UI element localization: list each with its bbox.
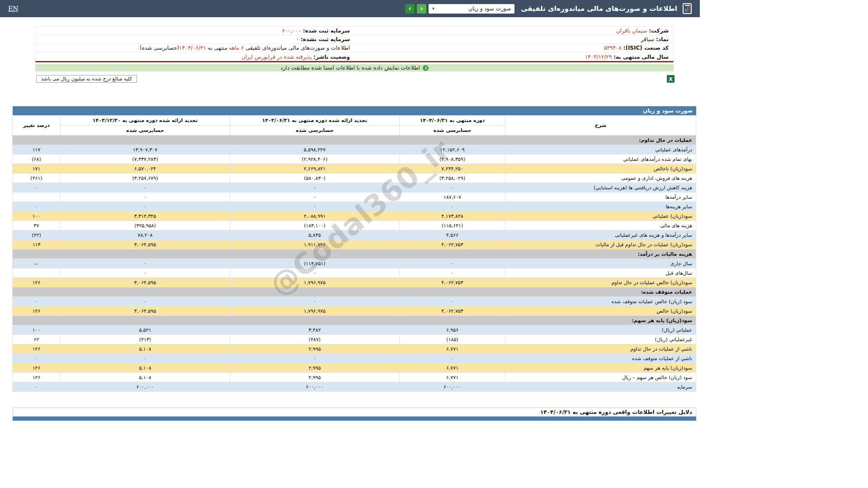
value-restated-halfyear: ۵,۵۹۸,۲۲۷ bbox=[230, 145, 400, 155]
info-row: شرکت: سیمان باقران سرمایه ثبت شده: ۶۰۰,۰… bbox=[36, 27, 673, 35]
statement-table-head: شرح دوره منتهی به ۱۴۰۴/۰۶/۳۱ تجدید ارائه… bbox=[13, 116, 696, 136]
notice-text: اطلاعات نمایش داده شده با اطلاعات امضا ش… bbox=[280, 65, 420, 71]
table-row: سایر هزینه‌ها۰۰۰۰ bbox=[13, 202, 696, 211]
symbol-field: نماد: سباقر bbox=[354, 36, 673, 42]
table-row: بهای تمام شده درآمدهای عملیاتي(۴,۹۰۸,۳۵۹… bbox=[13, 155, 696, 164]
value-restated-year: (۷,۳۳۷,۲۸۳) bbox=[61, 155, 230, 164]
table-row: ناشي از عملیات متوقف شده۰۰۰۰ bbox=[13, 354, 696, 363]
value-restated-year: ۵,۱۰۸ bbox=[61, 344, 230, 354]
table-row: سال‌های قبل۰۰۰ bbox=[13, 268, 696, 278]
percent-change: ۱۲۶ bbox=[13, 344, 61, 354]
value-restated-year: ۳,۰۶۴,۵۹۵ bbox=[61, 278, 230, 287]
fiscal-year-label: سال مالی منتهی به: bbox=[613, 54, 669, 60]
row-label: غیرعملیاتي (ریال) bbox=[505, 335, 696, 344]
row-label: سود(زیان) پایه هر سهم bbox=[505, 363, 696, 373]
table-row: عملیاتي (ریال)۶,۹۵۶۳,۴۸۲۵,۵۲۱۱۰۰ bbox=[13, 325, 696, 335]
header-row-periods: شرح دوره منتهی به ۱۴۰۴/۰۶/۳۱ تجدید ارائه… bbox=[13, 116, 696, 126]
row-label: سود (زیان) خالص هر سهم – ریال bbox=[505, 373, 696, 382]
row-label: سال‌های قبل bbox=[505, 268, 696, 278]
section-label: هزینه مالیات بر درآمد: bbox=[13, 249, 696, 259]
prev-statement-button[interactable]: ‹ bbox=[417, 4, 426, 14]
isic-value: ۵۳۹۴۰۸ bbox=[604, 45, 622, 51]
row-label: سود(زیان) ناخالص bbox=[505, 164, 696, 174]
statement-select[interactable]: صورت سود و زیان ▾ bbox=[429, 4, 514, 14]
registered-capital-label: سرمایه ثبت شده: bbox=[303, 28, 350, 34]
value-restated-year: ۰ bbox=[61, 202, 230, 211]
value-current-period: (۳,۲۵۸,۰۲۹) bbox=[400, 174, 505, 183]
percent-change: ۱۲۶ bbox=[13, 373, 61, 382]
statement-title-bar: صورت سود و زیان bbox=[13, 106, 696, 115]
row-label: سود(زیان) عملیاتي bbox=[505, 211, 696, 221]
report-line-text: منتهی به bbox=[208, 45, 227, 51]
section-row: سود(زیان) پایه هر سهم: bbox=[13, 316, 696, 325]
table-row: ناشي از عملیات در حال تداوم۶,۷۷۱۲,۹۹۵۵,۱… bbox=[13, 344, 696, 354]
next-statement-button[interactable]: › bbox=[405, 4, 415, 14]
value-current-period: (۴,۹۰۸,۳۵۹) bbox=[400, 155, 505, 164]
value-current-period: ۴,۱۷۳,۸۲۸ bbox=[400, 211, 505, 221]
value-current-period: ۶,۷۷۱ bbox=[400, 373, 505, 382]
value-current-period: ۱۸۷,۶۰۷ bbox=[400, 192, 505, 202]
row-label: ناشي از عملیات در حال تداوم bbox=[505, 344, 696, 354]
value-restated-year: ۰ bbox=[61, 259, 230, 268]
value-current-period: ۰ bbox=[400, 202, 505, 211]
statement-section: صورت سود و زیان شرح دوره منتهی به ۱۴۰۴/۰… bbox=[13, 106, 696, 392]
statement-table: شرح دوره منتهی به ۱۴۰۴/۰۶/۳۱ تجدید ارائه… bbox=[12, 115, 696, 392]
table-row: سود(زیان) عملیاتي۴,۱۷۳,۸۲۸۲,۰۸۸,۹۹۱۳,۳۱۲… bbox=[13, 211, 696, 221]
value-restated-halfyear: ۳,۴۸۲ bbox=[230, 325, 400, 335]
value-current-period: ۴,۰۶۲,۷۵۳ bbox=[400, 240, 505, 249]
table-row: سود(زیان) پایه هر سهم۶,۷۷۱۲,۹۹۵۵,۱۰۸۱۲۶ bbox=[13, 363, 696, 373]
value-current-period: ۰ bbox=[400, 354, 505, 363]
row-label: سال جاری bbox=[505, 259, 696, 268]
percent-change: ۳۷ bbox=[13, 221, 61, 230]
percent-change: ۱۷۱ bbox=[13, 164, 61, 174]
units-note: کلیه مبالغ درج شده به میلیون ریال می باش… bbox=[36, 75, 137, 83]
percent-change: -- bbox=[13, 259, 61, 268]
value-current-period: ۰ bbox=[400, 183, 505, 192]
value-restated-halfyear: ۱,۷۹۶,۹۷۵ bbox=[230, 306, 400, 316]
excel-export-icon[interactable]: X bbox=[667, 75, 675, 83]
section-row: عملیات متوقف شده: bbox=[13, 287, 696, 297]
value-restated-halfyear: ۵,۸۳۵ bbox=[230, 230, 400, 240]
value-restated-halfyear: ۲,۹۹۵ bbox=[230, 373, 400, 382]
value-restated-year: ۶,۵۷۰,۰۲۴ bbox=[61, 164, 230, 174]
value-restated-halfyear: ۰ bbox=[230, 297, 400, 306]
value-current-period: ۴,۰۶۲,۷۵۳ bbox=[400, 306, 505, 316]
table-row: سود(زیان) عملیات در حال تداوم قبل از مال… bbox=[13, 240, 696, 249]
value-current-period: ۷,۲۴۴,۲۵۰ bbox=[400, 164, 505, 174]
value-restated-year: (۴۱۳) bbox=[61, 335, 230, 344]
table-row: غیرعملیاتي (ریال)(۱۸۵)(۴۸۷)(۴۱۳)۶۲ bbox=[13, 335, 696, 344]
report-line-audited: (حسابرسی شده) bbox=[140, 45, 179, 51]
company-field: شرکت: سیمان باقران bbox=[354, 28, 673, 34]
value-restated-halfyear: (۱۱۴,۷۵۱) bbox=[230, 259, 400, 268]
value-restated-year: ۶۰۰,۰۰۰ bbox=[61, 382, 230, 392]
table-row: سود(زیان) خالص۴,۰۶۲,۷۵۳۱,۷۹۶,۹۷۵۳,۰۶۴,۵۹… bbox=[13, 306, 696, 316]
percent-change: ۱۲۶ bbox=[13, 306, 61, 316]
row-label: سایر هزینه‌ها bbox=[505, 202, 696, 211]
registered-capital-field: سرمایه ثبت شده: ۶۰۰,۰۰۰ bbox=[36, 28, 354, 34]
symbol-value: سباقر bbox=[641, 36, 654, 42]
percent-change bbox=[13, 268, 61, 278]
row-label: ناشي از عملیات متوقف شده bbox=[505, 354, 696, 363]
table-row: سایر درآمدها۱۸۷,۶۰۷۰۰ bbox=[13, 192, 696, 202]
percent-change: ۱۱۳ bbox=[13, 240, 61, 249]
row-label: هزینه های مالی bbox=[505, 221, 696, 230]
value-restated-year: ۵,۵۲۱ bbox=[61, 325, 230, 335]
percent-change: ۰ bbox=[13, 297, 61, 306]
change-reasons-header[interactable]: دلایل تغییرات اطلاعات واقعی دوره منتهی ب… bbox=[13, 408, 696, 417]
info-icon: i bbox=[423, 65, 429, 71]
table-row: هزینه کاهش ارزش دریافتني ها (هزینه استثن… bbox=[13, 183, 696, 192]
info-row: کد صنعت (ISIC): ۵۳۹۴۰۸ اطلاعات و صورت‌ها… bbox=[36, 44, 673, 52]
language-toggle-link[interactable]: EN bbox=[8, 5, 18, 12]
value-restated-halfyear: ۲,۹۹۵ bbox=[230, 363, 400, 373]
row-label: هزینه کاهش ارزش دریافتني ها (هزینه استثن… bbox=[505, 183, 696, 192]
report-logo-icon bbox=[681, 2, 693, 15]
row-label: بهای تمام شده درآمدهای عملیاتي bbox=[505, 155, 696, 164]
row-label: سود (زیان) خالص عملیات متوقف شده bbox=[505, 297, 696, 306]
statement-select-value: صورت سود و زیان bbox=[468, 5, 511, 12]
table-row: سال جاری۰(۱۱۴,۷۵۱)۰-- bbox=[13, 259, 696, 268]
isic-label: کد صنعت (ISIC): bbox=[623, 45, 669, 51]
value-restated-halfyear: ۲,۰۸۸,۹۹۱ bbox=[230, 211, 400, 221]
info-row: نماد: سباقر سرمایه ثبت نشده: ۰ bbox=[36, 35, 673, 44]
value-current-period: ۶,۷۷۱ bbox=[400, 363, 505, 373]
audit-status-cell: حسابرسی شده bbox=[230, 126, 400, 136]
